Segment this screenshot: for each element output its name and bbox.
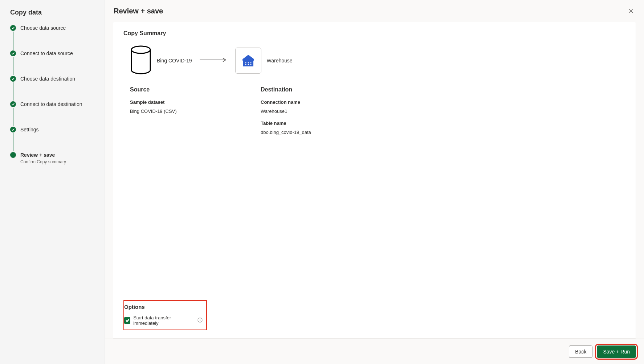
- step-settings[interactable]: Settings: [10, 126, 97, 133]
- source-column: Source Sample dataset Bing COVID-19 (CSV…: [130, 86, 217, 142]
- checkmark-icon: [125, 318, 130, 323]
- table-name-label: Table name: [261, 120, 348, 126]
- svg-point-6: [245, 64, 246, 65]
- database-icon: [130, 45, 152, 75]
- sample-dataset-label: Sample dataset: [130, 99, 217, 105]
- source-node-label: Bing COVID-19: [157, 58, 192, 64]
- step-choose-data-source[interactable]: Choose data source: [10, 24, 97, 32]
- step-connect-data-source[interactable]: Connect to data source: [10, 50, 97, 57]
- step-label: Review + save: [20, 151, 66, 159]
- step-label: Connect to data destination: [20, 101, 82, 108]
- source-heading: Source: [130, 86, 217, 93]
- summary-card: Copy Summary Bing COVID-19: [113, 22, 636, 339]
- wizard-steps: Choose data source Connect to data sourc…: [10, 24, 97, 164]
- table-name-value: dbo.bing_covid-19_data: [261, 130, 348, 135]
- svg-point-7: [248, 64, 249, 65]
- destination-heading: Destination: [261, 86, 348, 93]
- close-button[interactable]: [627, 7, 635, 15]
- destination-column: Destination Connection name Warehouse1 T…: [261, 86, 348, 142]
- start-immediately-label: Start data transfer immediately: [133, 315, 195, 326]
- destination-node-label: Warehouse: [266, 58, 292, 64]
- check-icon: [10, 127, 16, 132]
- summary-title: Copy Summary: [123, 30, 625, 37]
- step-sublabel: Confirm Copy summary: [20, 159, 66, 164]
- warehouse-icon: [235, 48, 261, 74]
- step-connector: [13, 82, 13, 101]
- options-heading: Options: [124, 304, 203, 310]
- destination-node: Warehouse: [235, 48, 292, 74]
- save-run-button[interactable]: Save + Run: [597, 345, 636, 358]
- check-icon: [10, 50, 16, 56]
- step-connector: [13, 108, 13, 126]
- step-label: Settings: [20, 126, 39, 133]
- step-review-save[interactable]: Review + save Confirm Copy summary: [10, 151, 97, 164]
- summary-columns: Source Sample dataset Bing COVID-19 (CSV…: [130, 86, 625, 142]
- svg-point-3: [245, 62, 246, 63]
- step-label: Connect to data source: [20, 50, 73, 57]
- step-connector: [13, 57, 13, 75]
- footer: Back Save + Run: [105, 339, 644, 364]
- info-icon[interactable]: [197, 318, 203, 324]
- wizard-sidebar: Copy data Choose data source Connect to …: [0, 0, 105, 364]
- back-button[interactable]: Back: [569, 345, 592, 358]
- main-header: Review + save: [105, 0, 644, 19]
- wizard-title: Copy data: [10, 9, 97, 16]
- connection-name-label: Connection name: [261, 99, 348, 105]
- close-icon: [628, 8, 634, 14]
- connection-name-value: Warehouse1: [261, 109, 348, 114]
- step-choose-data-destination[interactable]: Choose data destination: [10, 75, 97, 82]
- page-title: Review + save: [114, 7, 163, 15]
- check-icon: [10, 76, 16, 82]
- source-node: Bing COVID-19: [130, 45, 192, 75]
- step-connector: [13, 133, 13, 151]
- step-label: Choose data source: [20, 24, 66, 32]
- start-immediately-checkbox[interactable]: [124, 317, 130, 324]
- check-icon: [10, 101, 16, 107]
- start-immediately-row: Start data transfer immediately: [124, 315, 203, 326]
- step-label: Choose data destination: [20, 75, 75, 82]
- check-icon: [10, 25, 16, 31]
- svg-point-0: [131, 46, 150, 53]
- svg-rect-2: [243, 61, 253, 66]
- svg-point-5: [250, 62, 252, 63]
- svg-point-4: [248, 62, 249, 63]
- svg-point-11: [200, 319, 200, 319]
- step-connect-data-destination[interactable]: Connect to data destination: [10, 101, 97, 108]
- summary-flow: Bing COVID-19: [130, 45, 625, 75]
- arrow-icon: [199, 56, 228, 65]
- svg-point-8: [250, 64, 252, 65]
- options-section: Options Start data transfer immediately: [123, 300, 207, 330]
- current-step-icon: [10, 152, 16, 158]
- step-connector: [13, 32, 13, 50]
- main-panel: Review + save Copy Summary Bing COVID-19: [105, 0, 644, 364]
- sample-dataset-value: Bing COVID-19 (CSV): [130, 109, 217, 114]
